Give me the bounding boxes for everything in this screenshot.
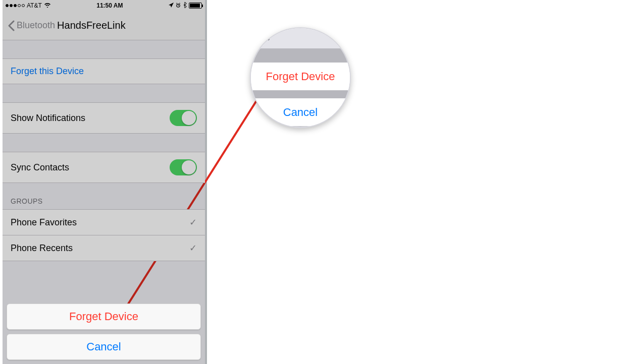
phone-favorites-row[interactable]: Phone Favorites ✓ [3,209,205,235]
phone-favorites-label: Phone Favorites [11,217,77,228]
carrier-label: AT&T [27,2,42,9]
battery-icon [189,3,202,9]
magnifier-forget-button[interactable]: Forget Device [251,63,350,90]
sync-contacts-toggle[interactable] [170,159,197,175]
checkmark-icon: ✓ [189,217,197,228]
sync-contacts-row[interactable]: Sync Contacts [3,152,205,183]
checkmark-icon: ✓ [189,242,197,254]
chevron-left-icon [8,20,15,31]
magnifier-fragment: ts [261,31,270,43]
forget-device-button[interactable]: Forget Device [7,304,201,330]
back-label: Bluetooth [17,20,55,31]
status-bar: AT&T 11:50 AM [3,0,205,11]
settings-list: Forget this Device Show Notifications Sy… [3,40,205,261]
back-button[interactable]: Bluetooth [8,20,55,31]
show-notifications-row[interactable]: Show Notifications [3,102,205,134]
magnifier-callout: ts Forget Device Cancel [250,27,351,128]
alarm-icon [176,2,181,9]
signal-strength-icon [6,4,25,7]
show-notifications-toggle[interactable] [170,110,197,126]
phone-recents-label: Phone Recents [11,243,73,254]
phone-recents-row[interactable]: Phone Recents ✓ [3,235,205,261]
clock-label: 11:50 AM [96,2,123,9]
location-icon [169,2,174,9]
action-sheet: Forget Device Cancel [7,299,201,360]
wifi-icon [44,2,51,9]
cancel-button[interactable]: Cancel [7,334,201,360]
status-left: AT&T [6,2,51,9]
bluetooth-icon [183,2,187,10]
forget-this-device-row[interactable]: Forget this Device [3,58,205,84]
magnifier-cancel-button[interactable]: Cancel [251,98,350,126]
groups-header: GROUPS [3,183,205,209]
status-right [169,2,202,10]
nav-bar: Bluetooth HandsFreeLink [3,11,205,40]
forget-this-device-label: Forget this Device [11,66,84,77]
phone-screenshot: AT&T 11:50 AM Bluetooth HandsFreeLink [3,0,207,364]
nav-title: HandsFreeLink [57,20,126,31]
show-notifications-label: Show Notifications [11,113,85,124]
sync-contacts-label: Sync Contacts [11,162,69,173]
